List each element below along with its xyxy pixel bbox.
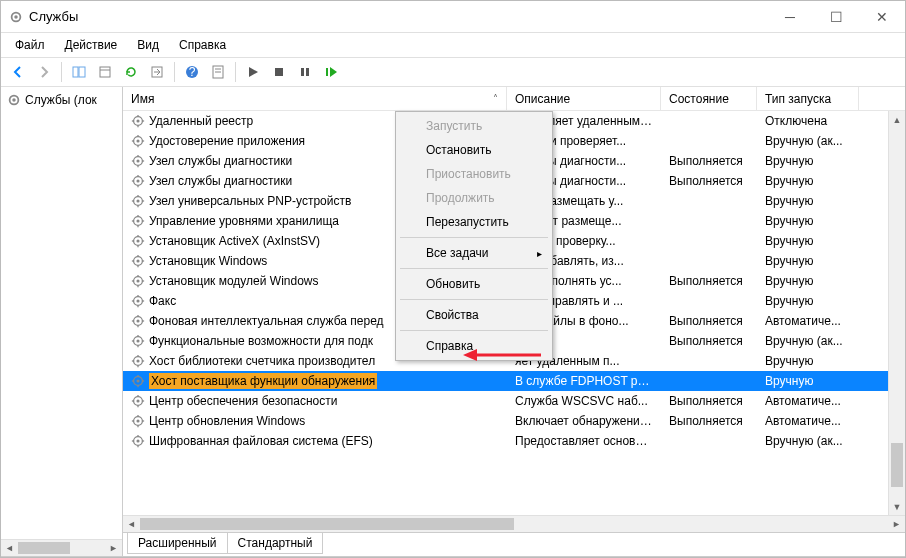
service-name-cell: Шифрованная файловая система (EFS) — [123, 434, 507, 448]
menu-help[interactable]: Справка — [171, 35, 234, 55]
column-name[interactable]: Имя˄ — [123, 87, 507, 110]
annotation-arrow — [463, 347, 543, 363]
service-name: Факс — [149, 294, 176, 308]
service-row[interactable]: Центр обеспечения безопасностиСлужба WSC… — [123, 391, 905, 411]
help-button[interactable]: ? — [180, 60, 204, 84]
svg-point-103 — [136, 399, 139, 402]
service-startup-cell: Вручную — [757, 234, 859, 248]
service-row[interactable]: Шифрованная файловая система (EFS)Предос… — [123, 431, 905, 451]
properties-icon[interactable] — [206, 60, 230, 84]
tab-extended[interactable]: Расширенный — [127, 533, 228, 554]
back-button[interactable] — [6, 60, 30, 84]
scroll-left-icon[interactable]: ◄ — [123, 516, 140, 532]
ctx-stop[interactable]: Остановить — [398, 138, 550, 162]
gear-icon — [131, 134, 145, 148]
ctx-start[interactable]: Запустить — [398, 114, 550, 138]
tree-node-services[interactable]: Службы (лок — [3, 91, 122, 109]
content-area: Службы (лок ◄ ► Имя˄ Описание Состояние … — [1, 87, 905, 557]
close-button[interactable]: ✕ — [859, 1, 905, 33]
pause-service-button[interactable] — [293, 60, 317, 84]
scroll-right-icon[interactable]: ► — [888, 516, 905, 532]
gear-icon — [131, 354, 145, 368]
service-startup-cell: Вручную (ак... — [757, 334, 859, 348]
service-startup-cell: Вручную — [757, 254, 859, 268]
horizontal-scrollbar[interactable]: ◄ ► — [123, 515, 905, 532]
service-startup-cell: Вручную — [757, 194, 859, 208]
svg-rect-4 — [100, 67, 110, 77]
stop-service-button[interactable] — [267, 60, 291, 84]
menu-action[interactable]: Действие — [57, 35, 126, 55]
scroll-up-icon[interactable]: ▲ — [889, 111, 905, 128]
svg-rect-12 — [275, 68, 283, 76]
service-name: Фоновая интеллектуальная служба перед — [149, 314, 384, 328]
service-startup-cell: Автоматиче... — [757, 394, 859, 408]
vertical-scrollbar[interactable]: ▲ ▼ — [888, 111, 905, 515]
titlebar: Службы ─ ☐ ✕ — [1, 1, 905, 33]
maximize-button[interactable]: ☐ — [813, 1, 859, 33]
menu-view[interactable]: Вид — [129, 35, 167, 55]
service-name-cell: Хост поставщика функции обнаружения — [123, 373, 507, 389]
service-row[interactable]: Центр обновления WindowsВключает обнаруж… — [123, 411, 905, 431]
toolbar: ? — [1, 57, 905, 87]
show-hide-tree-button[interactable] — [67, 60, 91, 84]
properties-button[interactable] — [93, 60, 117, 84]
svg-point-17 — [12, 98, 16, 102]
separator — [400, 299, 548, 300]
service-state-cell: Выполняется — [661, 334, 757, 348]
window-title: Службы — [29, 9, 78, 24]
gear-icon — [131, 274, 145, 288]
service-state-cell: Выполняется — [661, 414, 757, 428]
svg-point-61 — [136, 259, 139, 262]
svg-rect-2 — [73, 67, 78, 77]
ctx-resume[interactable]: Продолжить — [398, 186, 550, 210]
service-state-cell: Выполняется — [661, 394, 757, 408]
app-icon — [9, 10, 23, 24]
svg-point-97 — [136, 379, 139, 382]
service-startup-cell: Отключена — [757, 114, 859, 128]
gear-icon — [131, 414, 145, 428]
service-name: Центр обеспечения безопасности — [149, 394, 338, 408]
forward-button[interactable] — [32, 60, 56, 84]
svg-point-91 — [136, 359, 139, 362]
service-startup-cell: Автоматиче... — [757, 314, 859, 328]
service-desc-cell: Предоставляет основну... — [507, 434, 661, 448]
scroll-right-icon[interactable]: ► — [105, 540, 122, 556]
service-startup-cell: Автоматиче... — [757, 414, 859, 428]
tab-standard[interactable]: Стандартный — [227, 533, 324, 554]
service-name: Узел службы диагностики — [149, 154, 292, 168]
services-window: Службы ─ ☐ ✕ Файл Действие Вид Справка ? — [0, 0, 906, 558]
service-name: Шифрованная файловая система (EFS) — [149, 434, 373, 448]
minimize-button[interactable]: ─ — [767, 1, 813, 33]
column-description[interactable]: Описание — [507, 87, 661, 110]
export-button[interactable] — [145, 60, 169, 84]
sort-asc-icon: ˄ — [493, 93, 498, 104]
service-name-cell: Центр обеспечения безопасности — [123, 394, 507, 408]
start-service-button[interactable] — [241, 60, 265, 84]
ctx-pause[interactable]: Приостановить — [398, 162, 550, 186]
gear-icon — [7, 93, 21, 107]
service-state-cell: Выполняется — [661, 174, 757, 188]
tree-hscroll[interactable]: ◄ ► — [1, 539, 122, 556]
scroll-down-icon[interactable]: ▼ — [889, 498, 905, 515]
column-startup[interactable]: Тип запуска — [757, 87, 859, 110]
ctx-restart[interactable]: Перезапустить — [398, 210, 550, 234]
scroll-left-icon[interactable]: ◄ — [1, 540, 18, 556]
service-startup-cell: Вручную (ак... — [757, 434, 859, 448]
ctx-all-tasks[interactable]: Все задачи▸ — [398, 241, 550, 265]
restart-service-button[interactable] — [319, 60, 343, 84]
service-row[interactable]: Хост поставщика функции обнаруженияВ слу… — [123, 371, 905, 391]
svg-point-31 — [136, 159, 139, 162]
ctx-properties[interactable]: Свойства — [398, 303, 550, 327]
svg-point-109 — [136, 419, 139, 422]
svg-point-49 — [136, 219, 139, 222]
svg-point-115 — [136, 439, 139, 442]
menu-file[interactable]: Файл — [7, 35, 53, 55]
refresh-button[interactable] — [119, 60, 143, 84]
service-name: Узел универсальных PNP-устройств — [149, 194, 351, 208]
svg-rect-13 — [301, 68, 304, 76]
ctx-refresh[interactable]: Обновить — [398, 272, 550, 296]
service-name: Хост поставщика функции обнаружения — [149, 373, 377, 389]
column-state[interactable]: Состояние — [661, 87, 757, 110]
submenu-arrow-icon: ▸ — [537, 248, 542, 259]
gear-icon — [131, 154, 145, 168]
